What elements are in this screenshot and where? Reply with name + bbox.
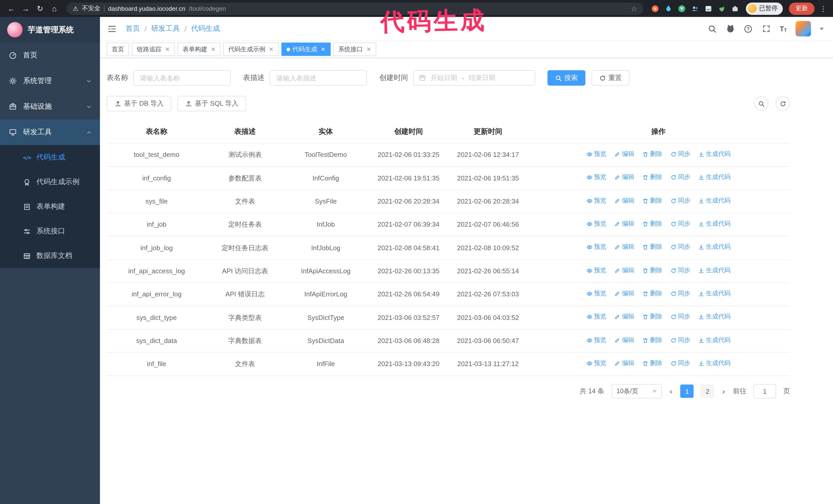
sidebar-item-codegen-example[interactable]: 代码生成示例 bbox=[0, 170, 100, 194]
tab-codegen[interactable]: 代码生成 ✕ bbox=[281, 43, 330, 56]
generate-code-link[interactable]: 生成代码 bbox=[698, 335, 731, 345]
extension-icon-notes[interactable] bbox=[703, 3, 714, 14]
sidebar-item-infra[interactable]: 基础设施 bbox=[0, 94, 100, 119]
tab-codegen-example[interactable]: 代码生成示例 ✕ bbox=[223, 43, 279, 56]
sidebar-item-devtools[interactable]: 研发工具 bbox=[0, 119, 100, 145]
import-sql-button[interactable]: 基于 SQL 导入 bbox=[177, 96, 246, 111]
extension-icon-users[interactable] bbox=[689, 3, 701, 14]
edit-link[interactable]: 编辑 bbox=[614, 335, 634, 345]
toggle-search-button[interactable] bbox=[754, 96, 768, 111]
search-button[interactable]: 搜索 bbox=[547, 70, 586, 86]
generate-code-link[interactable]: 生成代码 bbox=[698, 289, 731, 299]
edit-link[interactable]: 编辑 bbox=[614, 149, 634, 160]
preview-link[interactable]: 预览 bbox=[587, 172, 606, 183]
page-button-2[interactable]: 2 bbox=[701, 385, 714, 398]
delete-link[interactable]: 删除 bbox=[642, 172, 662, 183]
user-avatar[interactable] bbox=[795, 21, 811, 37]
sync-link[interactable]: 同步 bbox=[670, 289, 690, 299]
sidebar-item-system-api[interactable]: 系统接口 bbox=[0, 219, 100, 243]
bookmark-star-icon[interactable]: ☆ bbox=[631, 4, 637, 13]
goto-page-input[interactable] bbox=[754, 384, 776, 399]
sync-link[interactable]: 同步 bbox=[670, 312, 690, 322]
preview-link[interactable]: 预览 bbox=[587, 219, 606, 229]
edit-link[interactable]: 编辑 bbox=[614, 312, 634, 322]
sidebar-fold-icon[interactable] bbox=[106, 24, 117, 34]
generate-code-link[interactable]: 生成代码 bbox=[698, 172, 731, 183]
home-icon[interactable]: ⌂ bbox=[48, 2, 61, 15]
tab-home[interactable]: 首页 bbox=[106, 43, 129, 56]
preview-link[interactable]: 预览 bbox=[587, 149, 606, 160]
edit-link[interactable]: 编辑 bbox=[614, 196, 634, 206]
sync-link[interactable]: 同步 bbox=[670, 335, 690, 345]
sidebar-item-home[interactable]: 首页 bbox=[0, 43, 100, 68]
address-bar[interactable]: ⚠ 不安全 dashboard.yudao.iocoder.cn /tool/c… bbox=[67, 2, 643, 15]
generate-code-link[interactable]: 生成代码 bbox=[698, 196, 731, 206]
forward-icon[interactable]: → bbox=[20, 2, 32, 15]
search-icon[interactable] bbox=[708, 24, 717, 33]
page-button-1[interactable]: 1 bbox=[681, 385, 694, 398]
sidebar-item-codegen[interactable]: </> 代码生成 bbox=[0, 145, 100, 170]
avatar-caret-icon[interactable] bbox=[820, 27, 824, 30]
preview-link[interactable]: 预览 bbox=[587, 289, 606, 299]
preview-link[interactable]: 预览 bbox=[587, 196, 606, 206]
refresh-table-button[interactable] bbox=[776, 96, 790, 111]
tab-trace[interactable]: 链路追踪 ✕ bbox=[132, 43, 175, 56]
edit-link[interactable]: 编辑 bbox=[614, 358, 634, 369]
extension-icon-leaf[interactable] bbox=[716, 3, 728, 14]
extensions-puzzle-icon[interactable] bbox=[730, 3, 741, 14]
sidebar-item-form-builder[interactable]: 表单构建 bbox=[0, 194, 100, 219]
import-db-button[interactable]: 基于 DB 导入 bbox=[106, 96, 171, 111]
back-icon[interactable]: ← bbox=[5, 2, 18, 15]
preview-link[interactable]: 预览 bbox=[587, 265, 606, 275]
edit-link[interactable]: 编辑 bbox=[614, 289, 634, 299]
delete-link[interactable]: 删除 bbox=[642, 242, 662, 253]
prev-page-button[interactable]: ‹ bbox=[669, 387, 673, 395]
table-name-input[interactable] bbox=[133, 70, 231, 86]
tab-system-api[interactable]: 系统接口 ✕ bbox=[333, 43, 376, 56]
delete-link[interactable]: 删除 bbox=[642, 196, 662, 206]
extension-icon-waterdrop[interactable] bbox=[663, 3, 674, 14]
tab-form-builder[interactable]: 表单构建 ✕ bbox=[177, 43, 220, 56]
generate-code-link[interactable]: 生成代码 bbox=[698, 242, 731, 253]
delete-link[interactable]: 删除 bbox=[642, 312, 662, 322]
browser-update-button[interactable]: 更新 bbox=[789, 2, 814, 15]
profile-chip[interactable]: 已暂停 bbox=[746, 2, 783, 15]
generate-code-link[interactable]: 生成代码 bbox=[698, 219, 731, 229]
reload-icon[interactable]: ↻ bbox=[34, 2, 46, 15]
preview-link[interactable]: 预览 bbox=[587, 358, 606, 369]
sidebar-item-system[interactable]: 系统管理 bbox=[0, 68, 100, 94]
sync-link[interactable]: 同步 bbox=[670, 149, 690, 160]
edit-link[interactable]: 编辑 bbox=[614, 219, 634, 229]
help-icon[interactable]: ? bbox=[744, 24, 753, 33]
generate-code-link[interactable]: 生成代码 bbox=[698, 149, 731, 160]
breadcrumb-item[interactable]: 首页 bbox=[125, 24, 140, 33]
preview-link[interactable]: 预览 bbox=[587, 335, 606, 345]
page-size-select[interactable]: 10条/页 bbox=[611, 384, 662, 399]
font-size-icon[interactable]: TT bbox=[780, 25, 787, 33]
browser-menu-icon[interactable]: ⋮ bbox=[819, 4, 828, 13]
preview-link[interactable]: 预览 bbox=[587, 312, 606, 322]
delete-link[interactable]: 删除 bbox=[642, 289, 662, 299]
github-icon[interactable] bbox=[726, 24, 735, 33]
reset-button[interactable]: 重置 bbox=[592, 70, 629, 86]
sync-link[interactable]: 同步 bbox=[670, 196, 690, 206]
delete-link[interactable]: 删除 bbox=[642, 358, 662, 369]
sync-link[interactable]: 同步 bbox=[670, 358, 690, 369]
sync-link[interactable]: 同步 bbox=[670, 219, 690, 229]
edit-link[interactable]: 编辑 bbox=[614, 172, 634, 183]
preview-link[interactable]: 预览 bbox=[587, 242, 606, 253]
close-icon[interactable]: ✕ bbox=[269, 46, 273, 52]
app-logo[interactable]: 芋道管理系统 bbox=[0, 17, 100, 43]
start-date-input[interactable]: 开始日期 bbox=[431, 73, 457, 82]
delete-link[interactable]: 删除 bbox=[642, 219, 662, 229]
sidebar-item-db-docs[interactable]: 数据库文档 bbox=[0, 243, 100, 268]
sync-link[interactable]: 同步 bbox=[670, 265, 690, 275]
edit-link[interactable]: 编辑 bbox=[614, 265, 634, 275]
delete-link[interactable]: 删除 bbox=[642, 265, 662, 275]
end-date-input[interactable]: 结束日期 bbox=[469, 73, 496, 82]
extension-icon-orange[interactable] bbox=[649, 3, 661, 14]
table-desc-input[interactable] bbox=[270, 70, 367, 86]
close-icon[interactable]: ✕ bbox=[366, 46, 371, 52]
next-page-button[interactable]: › bbox=[721, 387, 726, 395]
close-icon[interactable]: ✕ bbox=[165, 46, 170, 52]
